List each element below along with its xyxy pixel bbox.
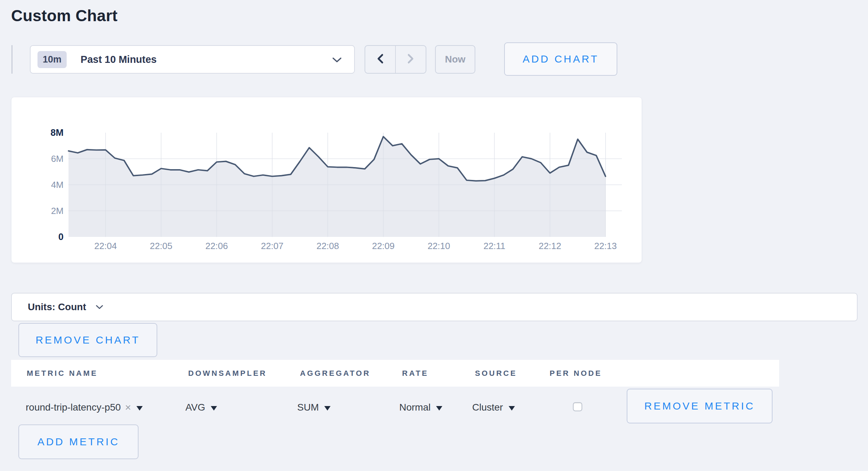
rate-value: Normal (399, 402, 431, 413)
chevron-left-icon (376, 53, 384, 65)
col-header-downsampler: DOWNSAMPLER (188, 360, 267, 387)
custom-chart-page: Custom Chart 10m Past 10 Minutes Now ADD… (0, 0, 868, 471)
triangle-down-icon (509, 406, 515, 411)
downsampler-select[interactable]: AVG (185, 397, 217, 418)
triangle-down-icon (211, 406, 217, 411)
units-select-label: Units: Count (28, 301, 86, 313)
page-title: Custom Chart (11, 6, 118, 25)
add-metric-label: ADD METRIC (37, 436, 120, 448)
svg-text:22:06: 22:06 (205, 241, 228, 251)
col-header-rate: RATE (402, 360, 428, 387)
aggregator-select[interactable]: SUM (297, 397, 331, 418)
chevron-down-icon (332, 57, 342, 64)
time-step-group (365, 45, 426, 74)
source-select[interactable]: Cluster (472, 397, 515, 418)
svg-text:0: 0 (58, 232, 64, 242)
svg-text:22:12: 22:12 (539, 241, 561, 251)
triangle-down-icon (324, 406, 331, 411)
chart-canvas: 22:0422:0522:0622:0722:0822:0922:1022:11… (11, 97, 642, 263)
time-step-back-button[interactable] (365, 46, 395, 73)
chart-card: 22:0422:0522:0622:0722:0822:0922:1022:11… (11, 97, 642, 263)
svg-text:6M: 6M (51, 154, 64, 164)
time-step-forward-button[interactable] (395, 46, 426, 73)
chevron-right-icon (407, 53, 415, 65)
time-range-select[interactable]: 10m Past 10 Minutes (30, 45, 355, 74)
remove-chart-label: REMOVE CHART (35, 334, 140, 346)
svg-text:8M: 8M (50, 127, 64, 138)
per-node-checkbox[interactable] (573, 402, 582, 411)
metric-name-select[interactable]: round-trip-latency-p50 × (26, 397, 143, 418)
downsampler-value: AVG (185, 402, 205, 413)
remove-metric-tag-icon[interactable]: × (125, 402, 131, 413)
svg-text:4M: 4M (51, 180, 64, 190)
col-header-source: SOURCE (475, 360, 517, 387)
triangle-down-icon (136, 406, 143, 411)
svg-text:22:04: 22:04 (94, 241, 117, 251)
aggregator-value: SUM (297, 402, 319, 413)
add-chart-label: ADD CHART (523, 53, 599, 65)
now-button-label: Now (445, 54, 465, 65)
metric-name-value: round-trip-latency-p50 (26, 402, 121, 413)
add-chart-button[interactable]: ADD CHART (504, 42, 617, 76)
col-header-per-node: PER NODE (550, 360, 602, 387)
svg-text:22:11: 22:11 (483, 241, 505, 251)
svg-text:22:13: 22:13 (594, 241, 617, 251)
remove-metric-label: REMOVE METRIC (644, 400, 755, 412)
triangle-down-icon (436, 406, 442, 411)
source-value: Cluster (472, 402, 503, 413)
toolbar-left-divider (11, 45, 12, 74)
units-select[interactable]: Units: Count (11, 293, 858, 321)
col-header-aggregator: AGGREGATOR (300, 360, 370, 387)
svg-text:22:09: 22:09 (372, 241, 394, 251)
svg-text:22:05: 22:05 (150, 241, 172, 251)
add-metric-button[interactable]: ADD METRIC (18, 424, 139, 459)
now-button[interactable]: Now (435, 45, 475, 74)
col-header-metric-name: METRIC NAME (27, 360, 98, 387)
svg-text:2M: 2M (51, 206, 64, 216)
svg-text:22:10: 22:10 (427, 241, 450, 251)
time-range-label: Past 10 Minutes (81, 54, 157, 65)
metrics-table-header: METRIC NAME DOWNSAMPLER AGGREGATOR RATE … (11, 360, 779, 387)
remove-metric-button[interactable]: REMOVE METRIC (627, 389, 773, 423)
svg-text:22:07: 22:07 (261, 241, 283, 251)
svg-text:22:08: 22:08 (316, 241, 339, 251)
time-range-badge: 10m (37, 51, 67, 68)
remove-chart-button[interactable]: REMOVE CHART (18, 323, 157, 357)
chevron-down-icon (96, 305, 103, 311)
rate-select[interactable]: Normal (399, 397, 442, 418)
